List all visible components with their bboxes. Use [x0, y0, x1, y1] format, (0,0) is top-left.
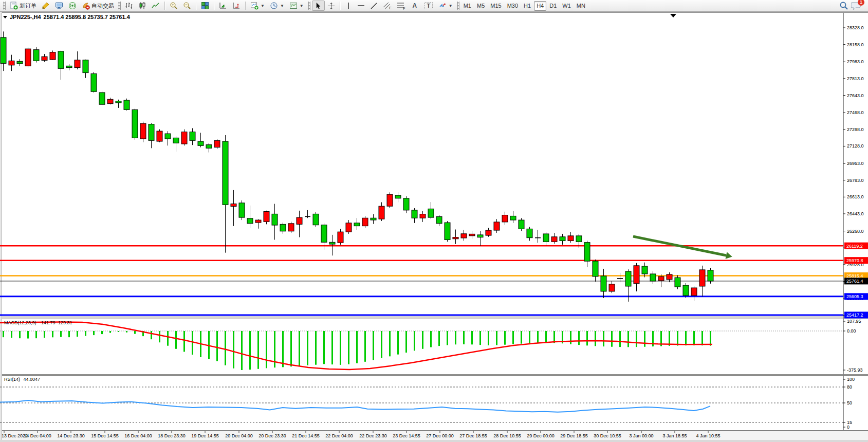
bear-candle: [17, 61, 23, 64]
hline-tool-button[interactable]: [355, 1, 367, 11]
signals-button[interactable]: [66, 1, 79, 11]
crosshair-icon: [327, 2, 335, 10]
bull-candle: [157, 131, 162, 141]
chart-symbol-ohlc[interactable]: JPN225-,H4 25871.4 25895.8 25735.7 25761…: [3, 14, 130, 20]
timeframe-h1[interactable]: H1: [521, 1, 533, 11]
trendline-tool-button[interactable]: [367, 1, 380, 11]
bull-candle: [50, 52, 56, 60]
bear-candle: [321, 225, 327, 243]
chart-canvas[interactable]: 28328.028158.027983.027813.027643.027468…: [0, 0, 868, 442]
metaeditor-button[interactable]: [39, 1, 52, 11]
timeframe-d1[interactable]: D1: [547, 1, 559, 11]
bull-candle: [469, 234, 475, 235]
macd-scale-label: -375.93: [847, 367, 863, 373]
time-axis-label: 27 Dec 00:00: [426, 433, 454, 438]
bear-candle: [280, 224, 286, 231]
text-tool-button[interactable]: A: [408, 1, 421, 11]
time-axis-label: 22 Dec 04:00: [325, 433, 353, 438]
time-axis-label: 28 Dec 10:55: [493, 433, 521, 438]
bear-candle: [395, 195, 401, 198]
rsi-current-value: 44.0047: [24, 377, 41, 382]
text-label-tool-button[interactable]: T: [421, 1, 436, 11]
timeframe-mn[interactable]: MN: [574, 1, 588, 11]
bull-candle: [25, 49, 31, 66]
periods-caret-icon: ▼: [280, 4, 284, 8]
bull-candle: [502, 215, 508, 222]
tile-windows-icon: [201, 2, 209, 10]
bull-candle: [181, 132, 187, 144]
periods-button[interactable]: ▼: [267, 1, 287, 11]
cursor-tool-button[interactable]: [312, 1, 325, 11]
rsi-indicator-label: RSI(14) 44.0047: [4, 377, 40, 382]
macd-scale-label: 0.00: [847, 328, 856, 334]
fibonacci-tool-button[interactable]: F: [394, 1, 408, 11]
timeframe-m5[interactable]: M5: [474, 1, 487, 11]
bear-candle: [272, 214, 278, 225]
macd-indicator-label: MACD(12,26,9) -141.79 -129.31: [4, 320, 72, 325]
rsi-scale-label: 100: [847, 377, 855, 382]
indicators-caret-icon: ▼: [261, 4, 265, 8]
toolbar: 新订单 自动交易: [0, 0, 868, 12]
bull-candle: [609, 284, 615, 291]
timeframe-m1[interactable]: M1: [461, 1, 474, 11]
bear-candle: [403, 198, 409, 210]
time-axis-label: 20 Dec 04:00: [225, 433, 253, 438]
bull-candle: [362, 218, 368, 226]
indicators-button[interactable]: ▼: [248, 1, 267, 11]
toolbar-grip[interactable]: [308, 2, 310, 10]
search-button[interactable]: [837, 1, 851, 11]
svg-text:T: T: [427, 3, 430, 9]
autoscroll-button[interactable]: [216, 1, 230, 11]
time-axis-label: 3 Jan 00:00: [629, 433, 653, 438]
bull-candle: [107, 99, 113, 103]
rsi-scale-label: 0: [847, 425, 849, 430]
time-axis-label: 16 Dec 04:00: [124, 433, 152, 438]
chart-shift-button[interactable]: [230, 1, 243, 11]
autotrading-button[interactable]: 自动交易: [79, 1, 117, 11]
new-order-button[interactable]: 新订单: [7, 1, 39, 11]
bear-candle: [190, 132, 195, 141]
crosshair-tool-button[interactable]: [325, 1, 338, 11]
price-tick-label: 27983.0: [847, 59, 864, 64]
bull-candle: [379, 206, 384, 219]
notifications-button[interactable]: 1: [851, 1, 861, 11]
bear-candle: [436, 216, 442, 223]
svg-text:25970.8: 25970.8: [846, 258, 863, 263]
toolbar-grip[interactable]: [457, 2, 459, 10]
tile-windows-button[interactable]: [198, 1, 212, 11]
bar-chart-mode-button[interactable]: [122, 1, 136, 11]
macd-current-values: -141.79 -129.31: [40, 320, 72, 325]
zoom-out-button[interactable]: [180, 1, 194, 11]
bear-candle: [428, 209, 434, 217]
bear-candle: [91, 73, 97, 91]
bear-candle: [445, 223, 450, 240]
line-chart-mode-button[interactable]: [149, 1, 162, 11]
time-axis-label: 27 Dec 18:55: [459, 433, 487, 438]
timeframe-h4[interactable]: H4: [534, 1, 546, 11]
arrows-caret-icon: ▼: [449, 4, 453, 8]
bear-candle: [99, 93, 105, 104]
cursor-icon: [315, 2, 322, 10]
toolbar-grip[interactable]: [3, 2, 6, 10]
timeframe-m15[interactable]: M15: [488, 1, 504, 11]
templates-button[interactable]: ▼: [287, 1, 306, 11]
fibonacci-icon: F: [397, 2, 405, 10]
price-tick-label: 26783.0: [847, 178, 864, 183]
zoom-in-button[interactable]: [167, 1, 180, 11]
bear-candle: [601, 276, 606, 291]
bear-candle: [543, 234, 549, 242]
symbol-dropdown-icon[interactable]: [3, 16, 7, 19]
price-tick-label: 27468.0: [847, 110, 864, 115]
timeframe-m30[interactable]: M30: [505, 1, 521, 11]
channel-tool-button[interactable]: E: [380, 1, 394, 11]
rsi-scale-label: 80: [847, 384, 852, 390]
price-tick-label: 26613.0: [847, 194, 864, 199]
time-axis-label: 30 Dec 10:55: [594, 433, 621, 438]
toolbar-grip[interactable]: [118, 2, 121, 10]
vline-tool-button[interactable]: [342, 1, 355, 11]
candle-chart-mode-button[interactable]: [136, 1, 149, 11]
bear-candle: [625, 271, 631, 286]
terminal-button[interactable]: [52, 1, 66, 11]
arrows-tool-button[interactable]: ▼: [436, 1, 455, 11]
timeframe-w1[interactable]: W1: [560, 1, 574, 11]
